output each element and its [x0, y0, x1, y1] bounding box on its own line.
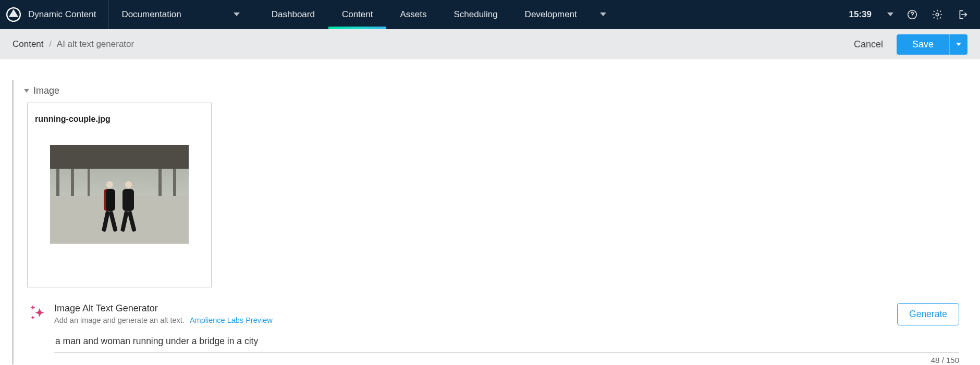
tab-assets[interactable]: Assets — [386, 0, 440, 29]
nav-tabs: Dashboard Content Assets Scheduling Deve… — [258, 0, 616, 29]
alt-gen-subtitle: Add an image and generate an alt text. A… — [54, 316, 891, 324]
svg-point-2 — [912, 17, 912, 17]
image-preview — [50, 145, 189, 244]
image-section-label: Image — [33, 85, 59, 96]
alt-gen-body: Image Alt Text Generator Add an image an… — [54, 303, 891, 324]
gear-icon — [932, 9, 943, 20]
hub-name: Documentation — [121, 9, 181, 20]
svg-point-3 — [936, 13, 939, 16]
logout-icon — [957, 9, 968, 20]
cancel-button[interactable]: Cancel — [849, 35, 888, 54]
chevron-down-icon — [887, 12, 893, 17]
sub-actions: Cancel Save — [849, 34, 967, 55]
top-nav: Dynamic Content Documentation Dashboard … — [0, 0, 980, 29]
alt-input-row: 48 / 150 — [14, 325, 980, 364]
labs-preview-link[interactable]: Amplience Labs Preview — [190, 316, 273, 324]
brand-block: Dynamic Content — [0, 0, 109, 29]
nav-right: 15:39 — [838, 0, 980, 29]
sparkle-icon — [27, 302, 48, 323]
tab-content[interactable]: Content — [328, 0, 387, 29]
save-group: Save — [897, 34, 967, 55]
generate-button[interactable]: Generate — [897, 303, 959, 325]
brand-label: Dynamic Content — [28, 9, 96, 20]
settings-button[interactable] — [927, 4, 948, 25]
alt-text-input[interactable] — [54, 333, 959, 353]
help-icon — [906, 9, 918, 20]
tab-more[interactable] — [591, 0, 616, 29]
breadcrumb-root[interactable]: Content — [13, 39, 44, 49]
image-card[interactable]: running-couple.jpg — [27, 103, 212, 287]
image-filename: running-couple.jpg — [35, 115, 204, 124]
tab-scheduling[interactable]: Scheduling — [440, 0, 511, 29]
hub-selector[interactable]: Documentation — [109, 0, 252, 29]
time-label: 15:39 — [849, 9, 872, 20]
breadcrumb-sep: / — [46, 39, 55, 49]
breadcrumb: Content / AI alt text generator — [13, 39, 134, 49]
chevron-down-icon — [234, 12, 240, 17]
logo-icon — [6, 7, 21, 22]
save-button[interactable]: Save — [897, 34, 949, 55]
chevron-down-icon — [24, 89, 29, 93]
chevron-down-icon — [600, 12, 606, 17]
tab-dashboard[interactable]: Dashboard — [258, 0, 328, 29]
content-block: Image running-couple.jpg Image Alt Text … — [12, 80, 980, 364]
editor-body: Image running-couple.jpg Image Alt Text … — [0, 59, 980, 365]
save-dropdown-button[interactable] — [949, 34, 967, 55]
breadcrumb-current: AI alt text generator — [57, 39, 134, 49]
help-button[interactable] — [902, 4, 923, 25]
tab-development[interactable]: Development — [511, 0, 591, 29]
logout-button[interactable] — [952, 4, 973, 25]
image-section-header[interactable]: Image — [14, 80, 980, 103]
sub-bar: Content / AI alt text generator Cancel S… — [0, 29, 980, 59]
alt-gen-title: Image Alt Text Generator — [54, 303, 891, 314]
alt-text-generator: Image Alt Text Generator Add an image an… — [14, 287, 980, 325]
char-count: 48 / 150 — [54, 356, 959, 364]
time-selector[interactable]: 15:39 — [845, 9, 898, 20]
